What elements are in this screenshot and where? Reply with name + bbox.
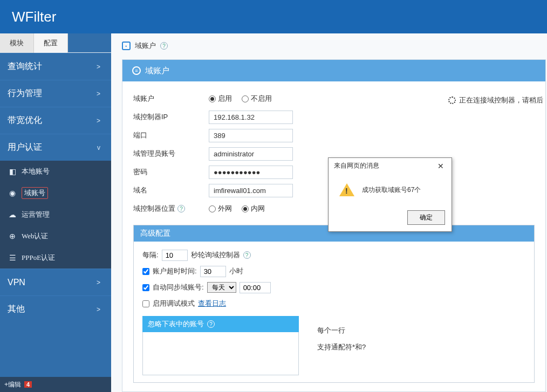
nav-bandwidth[interactable]: 带宽优化 >: [0, 107, 111, 134]
input-interval[interactable]: [162, 250, 188, 261]
nav-userauth[interactable]: 用户认证 v: [0, 134, 111, 161]
nav-behavior[interactable]: 行为管理 >: [0, 80, 111, 107]
textarea-ignore-list[interactable]: [142, 332, 299, 375]
nav-vpn[interactable]: VPN >: [0, 269, 111, 295]
interval-post: 秒轮询域控制器: [191, 250, 240, 260]
dialog-title: 来自网页的消息: [334, 161, 379, 170]
ignore-hints: 每个一行 支持通配符*和?: [317, 322, 366, 355]
label-ctrl-location: 域控制器位置 ?: [133, 204, 209, 214]
hint-line-2: 支持通配符*和?: [317, 339, 366, 355]
sidebar-item-label: 域账号: [22, 187, 48, 199]
nav-label: 用户认证: [8, 142, 42, 153]
timeout-unit: 小时: [229, 266, 243, 276]
brand-title: WFilter: [12, 9, 56, 25]
breadcrumb: 域账户 ?: [122, 41, 547, 51]
input-domain-name[interactable]: [209, 184, 293, 197]
chevron-right-icon: >: [97, 117, 100, 125]
check-debug[interactable]: [142, 300, 149, 307]
help-icon[interactable]: ?: [207, 320, 215, 328]
sidebar-item-local-account[interactable]: ◧ 本地账号: [0, 161, 111, 182]
nav-label: 查询统计: [8, 61, 42, 72]
ignore-header: 忽略下表中的账号 ?: [142, 316, 299, 332]
chevron-right-icon: >: [97, 306, 100, 313]
input-timeout[interactable]: [200, 266, 226, 277]
breadcrumb-title: 域账户: [135, 41, 156, 51]
sync-label: 自动同步域账号:: [153, 283, 204, 292]
label-domain-name: 域名: [133, 185, 209, 195]
check-sync[interactable]: [142, 284, 149, 291]
label-domain-account: 域账户: [133, 94, 209, 104]
check-timeout[interactable]: [142, 268, 149, 275]
sidebar-tabs-spacer: [68, 33, 111, 52]
radio-disable[interactable]: [242, 95, 249, 102]
input-port[interactable]: [209, 129, 293, 142]
edit-badge: 4: [24, 381, 32, 388]
radio-internal-label: 内网: [251, 204, 265, 214]
panel-title: 域账户: [145, 66, 169, 76]
help-icon[interactable]: ?: [243, 251, 251, 259]
radio-enable[interactable]: [209, 95, 216, 102]
globe-icon: ⊕: [8, 232, 17, 241]
input-sync-time[interactable]: [240, 282, 271, 293]
nav-label: 带宽优化: [8, 115, 42, 126]
radio-enable-wrap[interactable]: 启用: [209, 94, 232, 104]
sidebar-item-label: 运营管理: [22, 210, 50, 219]
label-admin: 域管理员账号: [133, 149, 209, 159]
nav-other[interactable]: 其他 >: [0, 295, 111, 322]
bottom-edit-bar[interactable]: +编辑 4: [0, 377, 111, 392]
chevron-right-icon: >: [97, 279, 100, 286]
warning-icon: [339, 183, 354, 196]
input-ctrl-ip[interactable]: [209, 111, 293, 124]
tab-module[interactable]: 模块: [0, 33, 34, 53]
ok-button[interactable]: 确定: [407, 210, 445, 225]
chevron-right-icon: >: [97, 63, 100, 71]
status-connecting: 正在连接域控制器，请稍后: [448, 95, 543, 105]
radio-internal-wrap[interactable]: 内网: [242, 204, 265, 214]
nav-query-stats[interactable]: 查询统计 >: [0, 53, 111, 80]
cloud-icon: ☁: [8, 210, 17, 219]
radio-disable-wrap[interactable]: 不启用: [242, 94, 272, 104]
interval-pre: 每隔:: [142, 250, 159, 260]
sidebar-item-label: PPPoE认证: [22, 253, 55, 263]
chevron-right-icon: >: [97, 90, 100, 98]
link-view-log[interactable]: 查看日志: [198, 299, 226, 308]
target-icon: ◉: [8, 189, 17, 198]
ignore-accounts-box: 忽略下表中的账号 ?: [142, 316, 299, 377]
nav-label: VPN: [8, 278, 25, 287]
list-icon: ☰: [8, 253, 17, 263]
spinner-icon: [448, 97, 456, 104]
radio-enable-label: 启用: [218, 94, 232, 104]
radio-external-label: 外网: [218, 204, 232, 214]
debug-label: 启用调试模式: [153, 299, 195, 308]
sidebar-item-label: 本地账号: [22, 167, 50, 176]
app-banner: WFilter: [0, 0, 547, 33]
tab-config[interactable]: 配置: [34, 33, 68, 53]
label-port: 端口: [133, 130, 209, 140]
label-ctrl-ip: 域控制器IP: [133, 112, 209, 122]
chevron-down-icon: v: [97, 144, 100, 152]
sidebar-item-web-auth[interactable]: ⊕ Web认证: [0, 225, 111, 247]
panel-header: 域账户: [122, 60, 545, 81]
dialog-message: 成功获取域账号67个: [362, 185, 421, 195]
help-icon[interactable]: ?: [160, 42, 168, 50]
advanced-panel: 高级配置 每隔: 秒轮询域控制器 ? 账户超时时间: 小时: [133, 225, 535, 383]
sidebar-tabs: 模块 配置: [0, 33, 111, 53]
radio-external-wrap[interactable]: 外网: [209, 204, 232, 214]
sidebar-item-domain-account[interactable]: ◉ 域账号: [0, 182, 111, 204]
edit-label: +编辑: [4, 380, 21, 389]
select-sync-freq[interactable]: 每天: [207, 282, 236, 293]
hint-line-1: 每个一行: [317, 322, 366, 339]
sidebar-item-pppoe[interactable]: ☰ PPPoE认证: [0, 247, 111, 269]
input-admin[interactable]: [209, 147, 293, 161]
module-icon: [122, 42, 131, 50]
input-password[interactable]: [209, 166, 293, 179]
help-icon[interactable]: ?: [177, 205, 185, 212]
alert-dialog: 来自网页的消息 ✕ 成功获取域账号67个 确定: [328, 157, 452, 232]
status-text: 正在连接域控制器，请稍后: [459, 95, 543, 105]
radio-external[interactable]: [209, 205, 216, 212]
radio-internal[interactable]: [242, 205, 249, 212]
sidebar-item-ops[interactable]: ☁ 运营管理: [0, 204, 111, 225]
close-icon[interactable]: ✕: [435, 162, 446, 170]
panel-icon: [132, 66, 141, 75]
card-icon: ◧: [8, 167, 17, 176]
